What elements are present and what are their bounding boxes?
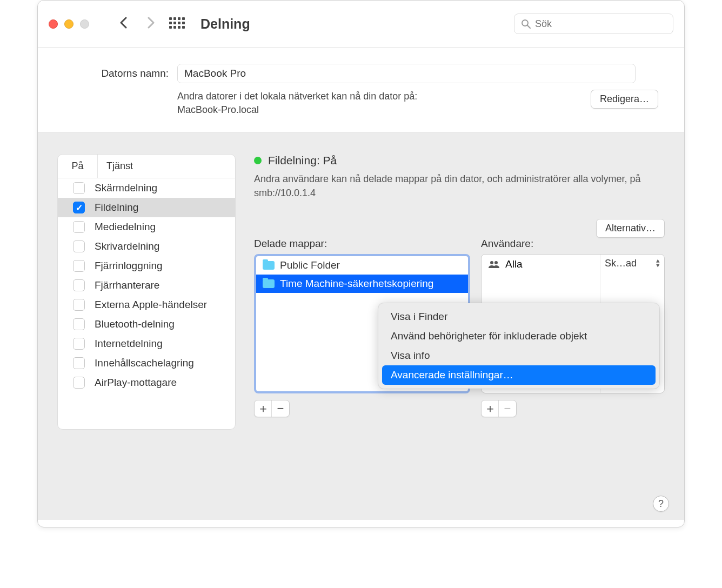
remove-folder-button[interactable]: − [272,400,289,417]
svg-point-3 [494,261,498,264]
folder-icon [263,279,275,288]
service-checkbox[interactable] [73,182,85,194]
context-menu-item[interactable]: Visa i Finder [382,307,656,326]
context-menu-item[interactable]: Visa info [382,346,656,365]
user-row[interactable]: Alla [482,255,600,274]
service-checkbox[interactable] [73,318,85,330]
service-label: Innehållscachelagring [95,357,194,369]
computer-name-label: Datorns namn: [38,68,169,79]
service-label: Fjärrinloggning [95,260,163,272]
service-row[interactable]: AirPlay-mottagare [58,373,235,392]
service-checkbox[interactable] [73,221,85,233]
column-on: På [58,155,98,178]
options-button[interactable]: Alternativ… [596,219,665,238]
sidebar-header: På Tjänst [58,155,235,178]
folder-row[interactable]: Time Machine-säkerhetskopiering [256,275,468,293]
search-icon [521,19,531,29]
service-label: Bluetooth-delning [95,318,175,330]
service-checkbox[interactable] [73,357,85,369]
search-input[interactable] [535,18,666,30]
service-row[interactable]: Mediedelning [58,217,235,237]
status-row: Fildelning: På [254,154,665,167]
services-sidebar: På Tjänst SkärmdelningFildelningMediedel… [57,154,236,430]
add-folder-button[interactable]: ＋ [255,400,272,417]
service-row[interactable]: Fildelning [58,198,235,217]
service-checkbox[interactable] [73,338,85,350]
folder-label: Public Folder [280,259,340,271]
search-field[interactable] [514,14,673,34]
column-service: Tjänst [98,161,133,172]
shared-folders-header: Delade mappar: [254,238,470,250]
close-window-button[interactable] [49,19,58,29]
service-row[interactable]: Skrivardelning [58,237,235,256]
show-all-icon[interactable] [169,17,185,30]
folders-add-remove: ＋ − [254,400,290,417]
folder-label: Time Machine-säkerhetskopiering [280,278,433,290]
users-add-remove: ＋ − [481,400,517,417]
preferences-window: Delning Datorns namn: Andra datorer i de… [37,0,685,527]
service-label: Mediedelning [95,221,156,233]
context-menu-item[interactable]: Avancerade inställningar… [382,365,656,385]
service-row[interactable]: Fjärrhanterare [58,276,235,295]
service-label: AirPlay-mottagare [95,377,177,389]
service-checkbox[interactable] [73,260,85,272]
help-button[interactable]: ? [653,496,669,512]
service-row[interactable]: Innehållscachelagring [58,353,235,373]
context-menu: Visa i FinderAnvänd behörigheter för ink… [378,303,659,389]
status-title: Fildelning: På [268,154,337,167]
minimize-window-button[interactable] [64,19,73,29]
remove-user-button: − [499,400,516,417]
service-label: Externa Apple-händelser [95,299,207,311]
user-name: Alla [505,258,523,270]
folder-row[interactable]: Public Folder [256,256,468,275]
service-label: Fjärrhanterare [95,279,159,291]
edit-button[interactable]: Redigera… [591,90,658,109]
service-row[interactable]: Skärmdelning [58,178,235,198]
service-checkbox[interactable] [73,240,85,252]
users-header: Användare: [481,238,665,250]
services-list: SkärmdelningFildelningMediedelningSkriva… [58,178,235,392]
computer-name-field[interactable] [177,64,636,83]
service-label: Skärmdelning [95,182,157,194]
service-row[interactable]: Bluetooth-delning [58,315,235,334]
service-checkbox[interactable] [73,299,85,311]
forward-button[interactable] [141,16,162,32]
titlebar: Delning [38,1,684,48]
svg-point-2 [490,261,493,264]
service-row[interactable]: Externa Apple-händelser [58,295,235,315]
window-title: Delning [200,16,250,32]
add-user-button[interactable]: ＋ [482,400,499,417]
computer-name-section: Datorns namn: Andra datorer i det lokala… [38,48,684,132]
service-label: Fildelning [95,202,138,213]
chevron-updown-icon: ▴▾ [656,258,660,268]
context-menu-item[interactable]: Använd behörigheter för inkluderade obje… [382,326,656,346]
zoom-window-button[interactable] [80,19,89,29]
folder-icon [263,261,275,270]
back-button[interactable] [113,16,133,32]
service-label: Skrivardelning [95,240,159,252]
svg-line-1 [527,25,530,28]
service-checkbox[interactable] [73,279,85,291]
window-controls [49,19,89,29]
service-label: Internetdelning [95,338,163,350]
computer-name-description: Andra datorer i det lokala nätverket kan… [177,90,417,117]
service-row[interactable]: Fjärrinloggning [58,256,235,276]
service-checkbox[interactable] [73,202,85,213]
status-indicator-icon [254,157,262,164]
group-icon [488,260,500,269]
status-description: Andra användare kan nå delade mappar på … [254,172,654,199]
service-row[interactable]: Internetdelning [58,334,235,353]
service-checkbox[interactable] [73,377,85,389]
